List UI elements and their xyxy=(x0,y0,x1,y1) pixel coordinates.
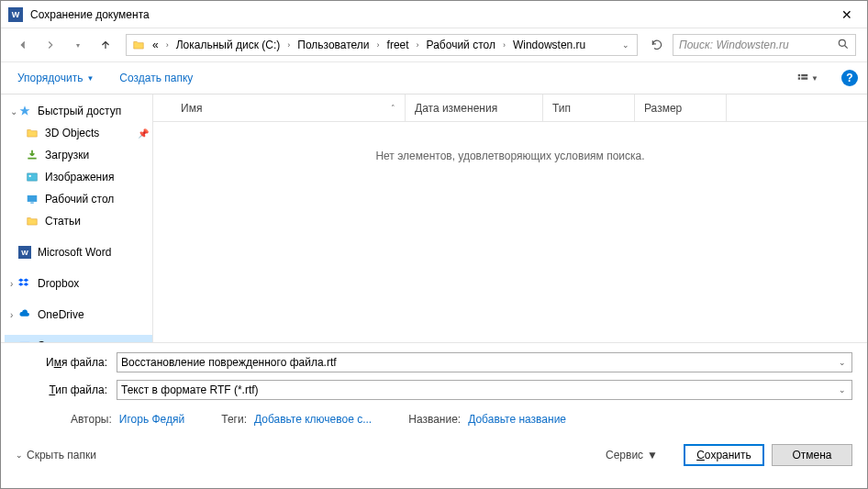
filename-input[interactable] xyxy=(121,356,837,369)
downloads-icon xyxy=(25,148,39,162)
new-folder-button[interactable]: Создать папку xyxy=(112,68,200,88)
svg-rect-3 xyxy=(801,74,807,76)
empty-message: Нет элементов, удовлетворяющих условиям … xyxy=(153,150,867,162)
chevron-down-icon[interactable]: ⌄ xyxy=(837,358,848,367)
view-mode-button[interactable]: ▼ xyxy=(792,69,823,87)
refresh-icon xyxy=(651,39,663,51)
expand-icon[interactable]: ⌄ xyxy=(10,106,17,117)
column-label: Тип xyxy=(552,102,571,115)
filetype-combo[interactable]: ⌄ xyxy=(117,380,852,400)
star-icon xyxy=(17,104,32,118)
sidebar-quick-access[interactable]: ⌄ Быстрый доступ xyxy=(5,100,152,122)
column-label: Имя xyxy=(181,102,202,115)
sidebar-item-desktop[interactable]: Рабочий стол xyxy=(5,188,152,210)
column-headers: Имя ˄ Дата изменения Тип Размер xyxy=(153,94,867,122)
pictures-icon xyxy=(25,170,39,184)
expand-icon[interactable]: ⌄ xyxy=(10,341,17,343)
breadcrumb-item[interactable]: Локальный диск (C:) xyxy=(172,37,284,53)
new-folder-label: Создать папку xyxy=(119,72,193,84)
authors-value[interactable]: Игорь Федяй xyxy=(119,413,184,426)
arrow-left-icon xyxy=(17,39,29,51)
sidebar-item-label: Загрузки xyxy=(45,149,89,161)
up-button[interactable] xyxy=(95,34,117,56)
arrow-up-icon xyxy=(99,39,112,51)
word-icon: W xyxy=(17,245,32,260)
sidebar-item-label: Рабочий стол xyxy=(45,193,114,206)
sidebar-item-label: Dropbox xyxy=(38,277,79,290)
breadcrumb-prefix: « xyxy=(149,37,162,53)
help-button[interactable]: ? xyxy=(841,70,858,86)
list-view-icon xyxy=(796,72,809,84)
chevron-down-icon: ⌄ xyxy=(16,450,23,460)
search-input[interactable] xyxy=(679,39,837,51)
svg-point-0 xyxy=(839,39,845,46)
title-label: Название: xyxy=(408,413,461,426)
app-icon: W xyxy=(8,7,23,22)
sidebar-item-articles[interactable]: Статьи xyxy=(5,210,152,232)
window-title: Сохранение документа xyxy=(30,8,826,21)
recent-dropdown[interactable]: ▾ xyxy=(67,34,89,56)
organize-button[interactable]: Упорядочить ▼ xyxy=(10,68,101,88)
chevron-down-icon[interactable]: ⌄ xyxy=(622,40,629,50)
hide-folders-button[interactable]: ⌄ Скрыть папки xyxy=(16,449,96,461)
chevron-down-icon[interactable]: ⌄ xyxy=(837,385,848,395)
cancel-button[interactable]: Отмена xyxy=(772,444,852,466)
expand-icon[interactable]: › xyxy=(10,310,13,320)
desktop-icon xyxy=(25,192,39,206)
breadcrumb-item[interactable]: Windowsten.ru xyxy=(509,37,589,53)
column-size[interactable]: Размер xyxy=(635,94,727,121)
sidebar-item-label: Быстрый доступ xyxy=(38,105,121,117)
svg-point-6 xyxy=(29,175,31,177)
hide-folders-label: Скрыть папки xyxy=(27,449,96,461)
column-type[interactable]: Тип xyxy=(543,94,635,121)
sidebar-item-word[interactable]: W Microsoft Word xyxy=(5,241,152,263)
filename-combo[interactable]: ⌄ xyxy=(117,352,852,372)
sidebar-item-label: Статьи xyxy=(45,215,81,228)
column-name[interactable]: Имя ˄ xyxy=(172,94,406,121)
tools-button[interactable]: Сервис ▼ xyxy=(606,449,658,461)
svg-rect-7 xyxy=(28,195,38,202)
sidebar-item-dropbox[interactable]: › Dropbox xyxy=(5,272,152,295)
sidebar-item-pictures[interactable]: Изображения xyxy=(5,166,152,188)
sidebar-item-downloads[interactable]: Загрузки xyxy=(5,144,152,166)
breadcrumb-item[interactable]: Рабочий стол xyxy=(423,37,499,53)
address-bar[interactable]: « › Локальный диск (C:) › Пользователи ›… xyxy=(126,34,638,56)
refresh-button[interactable] xyxy=(647,35,667,55)
title-value[interactable]: Добавьте название xyxy=(468,413,566,426)
search-icon[interactable] xyxy=(837,38,850,53)
tags-label: Теги: xyxy=(221,413,247,426)
column-date[interactable]: Дата изменения xyxy=(406,94,543,121)
sidebar-item-label: 3D Objects xyxy=(45,127,99,139)
sort-indicator-icon: ˄ xyxy=(391,104,395,113)
chevron-down-icon: ▼ xyxy=(647,449,658,461)
back-button[interactable] xyxy=(12,34,34,56)
sidebar-item-label: Microsoft Word xyxy=(38,246,111,259)
save-button[interactable]: Сохранить xyxy=(684,444,764,466)
close-button[interactable]: ✕ xyxy=(826,1,867,28)
cloud-icon xyxy=(17,307,32,322)
breadcrumb-item[interactable]: freet xyxy=(384,37,413,53)
forward-button[interactable] xyxy=(39,34,61,56)
tools-label: Сервис xyxy=(606,449,643,461)
chevron-right-icon: › xyxy=(501,40,507,50)
chevron-right-icon: › xyxy=(164,40,171,50)
pin-icon: 📌 xyxy=(138,128,149,139)
chevron-down-icon: ▼ xyxy=(811,74,818,83)
svg-rect-8 xyxy=(30,203,34,204)
chevron-down-icon: ▼ xyxy=(86,74,94,83)
column-label: Дата изменения xyxy=(415,102,497,115)
filetype-input[interactable] xyxy=(121,383,837,396)
sidebar-item-onedrive[interactable]: › OneDrive xyxy=(5,304,152,326)
chevron-right-icon: › xyxy=(375,40,382,50)
pc-icon xyxy=(17,339,32,342)
chevron-right-icon: › xyxy=(285,40,292,50)
breadcrumb-item[interactable]: Пользователи xyxy=(294,37,373,53)
svg-rect-5 xyxy=(28,173,38,181)
navigation-pane: ⌄ Быстрый доступ 3D Objects 📌 Загрузки И… xyxy=(1,94,153,342)
search-box[interactable] xyxy=(673,34,856,56)
tags-value[interactable]: Добавьте ключевое с... xyxy=(254,413,372,426)
sidebar-item-label: OneDrive xyxy=(38,308,84,321)
expand-icon[interactable]: › xyxy=(10,279,13,289)
sidebar-item-3d[interactable]: 3D Objects 📌 xyxy=(5,122,152,144)
sidebar-item-thispc[interactable]: ⌄ Этот компьютер xyxy=(5,335,152,342)
